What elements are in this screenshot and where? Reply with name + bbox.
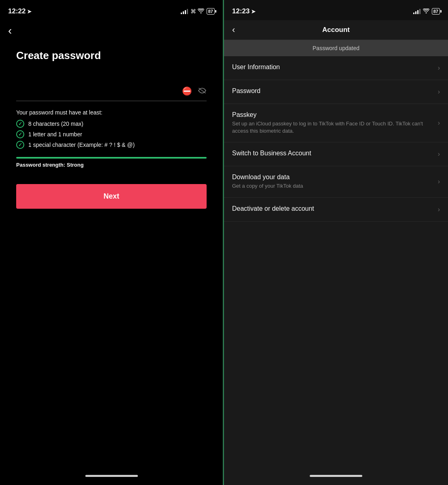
rules-heading: Your password must have at least: <box>16 109 207 116</box>
rule-check-2 <box>16 130 24 138</box>
password-updated-banner: Password updated <box>224 40 448 56</box>
menu-item-download-data[interactable]: Download your data Get a copy of your Ti… <box>224 166 448 197</box>
right-panel: 12:23 ➤ 87 ‹ <box>224 0 448 485</box>
chevron-right-icon-6: › <box>438 206 440 213</box>
left-content: Create password ⛔ Your password must hav… <box>0 41 223 485</box>
chevron-right-icon: › <box>438 64 440 72</box>
home-indicator-left <box>85 475 138 477</box>
left-status-bar: 12:22 ➤ ⌘ 87 <box>0 0 223 20</box>
menu-item-title-password: Password <box>232 87 434 95</box>
rule-check-3 <box>16 141 24 149</box>
menu-item-business-account[interactable]: Switch to Business Account › <box>224 142 448 166</box>
right-location-arrow-icon: ➤ <box>251 8 256 15</box>
eye-icon[interactable] <box>198 87 207 95</box>
menu-item-title-download: Download your data <box>232 174 434 181</box>
page-title: Create password <box>16 49 207 62</box>
menu-item-deactivate[interactable]: Deactivate or delete account › <box>224 198 448 222</box>
rule-item-3: 1 special character (Example: # ? ! $ & … <box>16 141 207 149</box>
menu-item-passkey[interactable]: Passkey Set up an iCloud passkey to log … <box>224 104 448 142</box>
menu-item-title-business: Switch to Business Account <box>232 150 434 157</box>
right-wifi-icon <box>423 8 429 15</box>
location-arrow-icon: ➤ <box>27 8 32 15</box>
right-battery-icon: 87 <box>432 8 440 15</box>
strength-label: Password strength: Strong <box>16 162 207 168</box>
menu-item-user-information[interactable]: User Information › <box>224 56 448 80</box>
rule-item-1: 8 characters (20 max) <box>16 120 207 128</box>
strength-bar <box>16 157 207 159</box>
menu-item-password[interactable]: Password › <box>224 80 448 104</box>
menu-item-title-user-info: User Information <box>232 64 434 71</box>
signal-icon <box>181 8 188 14</box>
right-time-text: 12:23 <box>232 7 249 15</box>
right-signal-icon <box>413 8 421 14</box>
right-time: 12:23 ➤ <box>232 7 256 15</box>
left-time-text: 12:22 <box>8 7 25 15</box>
left-status-icons: ⌘ 87 <box>181 8 215 15</box>
right-header-title: Account <box>322 26 350 34</box>
right-status-bar: 12:23 ➤ 87 <box>224 0 448 20</box>
right-back-button[interactable]: ‹ <box>232 25 235 35</box>
left-time: 12:22 ➤ <box>8 7 32 15</box>
chevron-right-icon-5: › <box>438 178 440 185</box>
strength-value: Strong <box>67 162 84 168</box>
chevron-right-icon-3: › <box>438 119 440 127</box>
account-menu-list: User Information › Password › Passkey Se… <box>224 56 448 485</box>
menu-item-subtitle-download: Get a copy of your TikTok data <box>232 182 434 190</box>
right-header: ‹ Account <box>224 20 448 40</box>
chevron-right-icon-4: › <box>438 150 440 158</box>
home-indicator-right <box>310 475 362 477</box>
menu-item-title-deactivate: Deactivate or delete account <box>232 205 434 212</box>
next-button[interactable]: Next <box>16 184 207 209</box>
chevron-right-icon-2: › <box>438 88 440 95</box>
rule-item-2: 1 letter and 1 number <box>16 130 207 138</box>
clear-icon[interactable]: ⛔ <box>182 86 192 96</box>
right-status-icons: 87 <box>413 8 440 15</box>
menu-item-title-passkey: Passkey <box>232 111 434 119</box>
wifi-icon: ⌘ <box>190 8 204 15</box>
left-panel: 12:22 ➤ ⌘ 87 ‹ <box>0 0 224 485</box>
battery-icon: 87 <box>207 8 215 15</box>
password-rules: Your password must have at least: 8 char… <box>16 109 207 149</box>
strength-bar-container: Password strength: Strong <box>16 157 207 168</box>
password-input-area: ⛔ <box>16 86 207 101</box>
menu-item-subtitle-passkey: Set up an iCloud passkey to log in to Ti… <box>232 120 434 135</box>
back-button[interactable]: ‹ <box>0 20 20 41</box>
rule-check-1 <box>16 120 24 128</box>
